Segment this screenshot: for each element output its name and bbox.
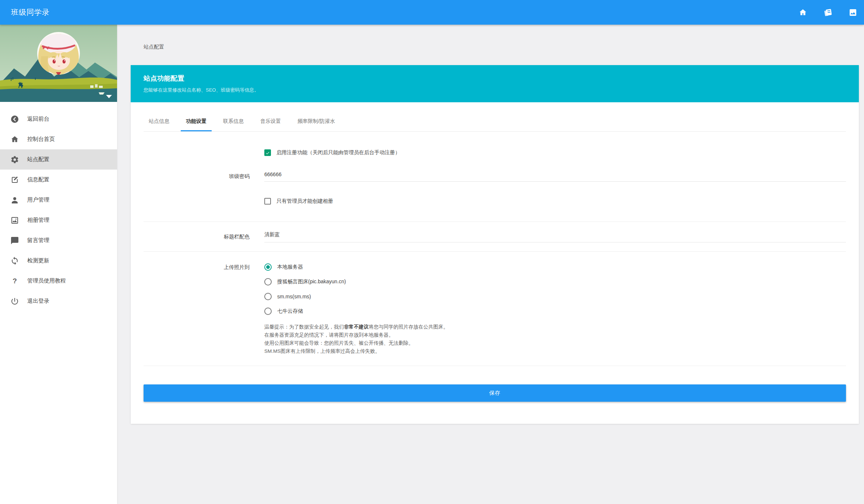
sidebar-item-back-to-front[interactable]: 返回前台 xyxy=(0,109,117,129)
tab-music-settings[interactable]: 音乐设置 xyxy=(255,113,286,131)
radio-label: 本地服务器 xyxy=(277,264,303,270)
tab-bar: 站点信息 功能设置 联系信息 音乐设置 频率限制/防灌水 xyxy=(144,102,846,132)
upload-warning: 温馨提示：为了数据安全起见，我们非常不建议将您与同学的照片存放在公共图床。 在服… xyxy=(264,323,846,355)
sidebar-item-admin-tutorial[interactable]: ? 管理员使用教程 xyxy=(0,271,117,291)
divider xyxy=(144,221,846,222)
warning-line: 在服务器资源充足的情况下，请将图片存放到本地服务器。 xyxy=(264,331,846,339)
gear-icon xyxy=(10,155,19,164)
form-row-register: 启用注册功能（关闭后只能由管理员在后台手动注册） xyxy=(144,149,846,156)
class-password-control xyxy=(264,171,846,182)
radio-icon xyxy=(264,308,272,315)
chevron-down-icon[interactable] xyxy=(106,95,112,98)
sidebar: 返回前台 控制台首页 站点配置 信息配置 用户管理 xyxy=(0,25,117,504)
home-icon xyxy=(10,135,19,144)
album-admin-control: 只有管理员才能创建相册 xyxy=(264,198,846,205)
settings-card: 站点功能配置 您能够在这里修改站点名称、SEO、班级密码等信息。 站点信息 功能… xyxy=(131,65,859,424)
title-color-label: 标题栏配色 xyxy=(144,234,250,240)
sidebar-item-message-management[interactable]: 留言管理 xyxy=(0,230,117,251)
upload-option-qiniu[interactable]: 七牛云存储 xyxy=(264,304,846,319)
divider xyxy=(144,251,846,252)
save-button[interactable]: 保存 xyxy=(144,384,846,402)
card-title: 站点功能配置 xyxy=(144,74,846,83)
sync-icon xyxy=(10,256,19,265)
sidebar-item-dashboard[interactable]: 控制台首页 xyxy=(0,129,117,149)
card-subtitle: 您能够在这里修改站点名称、SEO、班级密码等信息。 xyxy=(144,87,846,93)
upload-option-sohu-changyan[interactable]: 搜狐畅言图床(pic.bakayun.cn) xyxy=(264,274,846,289)
sidebar-item-label: 站点配置 xyxy=(27,156,49,163)
sidebar-item-logout[interactable]: 退出登录 xyxy=(0,291,117,311)
profile-header[interactable] xyxy=(0,25,117,102)
album-admin-checkbox[interactable] xyxy=(264,198,271,205)
user-icon xyxy=(10,196,19,205)
main-content: 站点配置 站点功能配置 您能够在这里修改站点名称、SEO、班级密码等信息。 站点… xyxy=(117,25,864,504)
sidebar-item-check-update[interactable]: 检测更新 xyxy=(0,251,117,271)
form-row-album-admin: 只有管理员才能创建相册 xyxy=(144,198,846,205)
divider xyxy=(144,366,846,366)
title-color-select[interactable]: 清新蓝 xyxy=(264,231,846,242)
sidebar-item-label: 退出登录 xyxy=(27,298,49,305)
radio-label: 七牛云存储 xyxy=(277,308,303,315)
album-admin-checkbox-row: 只有管理员才能创建相册 xyxy=(264,198,846,205)
upload-label: 上传照片到 xyxy=(144,260,250,274)
sidebar-item-site-config[interactable]: 站点配置 xyxy=(0,149,117,170)
app-title: 班级同学录 xyxy=(11,7,50,17)
radio-icon xyxy=(264,278,272,285)
tab-rate-limit[interactable]: 频率限制/防灌水 xyxy=(292,113,340,131)
breadcrumb: 站点配置 xyxy=(144,44,164,50)
warning-bold-text: 非常不建议 xyxy=(344,324,369,330)
register-checkbox[interactable] xyxy=(264,149,271,156)
class-password-label: 班级密码 xyxy=(144,173,250,180)
radio-label: sm.ms(sm.ms) xyxy=(277,294,311,299)
form-row-upload: 上传照片到 本地服务器 搜狐畅言图床(pic.bakayun.cn) sm.ms… xyxy=(144,260,846,355)
warning-line: 温馨提示：为了数据安全起见，我们非常不建议将您与同学的照片存放在公共图床。 xyxy=(264,323,846,331)
tab-function-settings[interactable]: 功能设置 xyxy=(181,113,212,131)
class-password-input[interactable] xyxy=(264,171,846,182)
sidebar-item-info-config[interactable]: 信息配置 xyxy=(0,170,117,190)
upload-control: 本地服务器 搜狐畅言图床(pic.bakayun.cn) sm.ms(sm.ms… xyxy=(264,260,846,355)
card-header: 站点功能配置 您能够在这里修改站点名称、SEO、班级密码等信息。 xyxy=(131,65,859,102)
top-app-bar: 班级同学录 xyxy=(0,0,864,25)
image-icon[interactable] xyxy=(849,8,857,17)
warning-text: 将您与同学的照片存放在公共图床。 xyxy=(369,324,448,330)
edit-icon xyxy=(10,175,19,184)
radio-icon xyxy=(264,263,272,271)
radio-label: 搜狐畅言图床(pic.bakayun.cn) xyxy=(277,278,346,285)
sidebar-item-label: 返回前台 xyxy=(27,116,49,123)
power-icon xyxy=(10,297,19,306)
tab-site-info[interactable]: 站点信息 xyxy=(144,113,174,131)
book-icon[interactable] xyxy=(824,8,832,17)
sidebar-item-label: 管理员使用教程 xyxy=(27,277,66,284)
upload-option-local-server[interactable]: 本地服务器 xyxy=(264,260,846,274)
sidebar-item-label: 用户管理 xyxy=(27,196,49,203)
register-checkbox-label: 启用注册功能（关闭后只能由管理员在后台手动注册） xyxy=(276,149,400,156)
sidebar-item-label: 信息配置 xyxy=(27,176,49,183)
sidebar-item-label: 控制台首页 xyxy=(27,136,55,143)
sidebar-item-label: 留言管理 xyxy=(27,237,49,244)
warning-text: 温馨提示：为了数据安全起见，我们 xyxy=(264,324,344,330)
back-circle-icon xyxy=(10,115,19,124)
card-body: 站点信息 功能设置 联系信息 音乐设置 频率限制/防灌水 启用注册功能（关闭后只… xyxy=(131,102,859,424)
topbar-actions xyxy=(798,8,857,17)
header-landscape-art xyxy=(0,25,117,102)
photo-icon xyxy=(10,216,19,225)
upload-option-smms[interactable]: sm.ms(sm.ms) xyxy=(264,289,846,304)
home-icon[interactable] xyxy=(798,8,807,17)
sidebar-item-user-management[interactable]: 用户管理 xyxy=(0,190,117,210)
comment-icon xyxy=(10,236,19,245)
sidebar-menu: 返回前台 控制台首页 站点配置 信息配置 用户管理 xyxy=(0,102,117,311)
sidebar-item-label: 检测更新 xyxy=(27,257,49,264)
warning-line: SM.MS图床有上传限制，上传频率过高会上传失败。 xyxy=(264,347,846,355)
album-admin-checkbox-label: 只有管理员才能创建相册 xyxy=(276,198,333,205)
question-icon: ? xyxy=(10,277,19,285)
sidebar-item-album-management[interactable]: 相册管理 xyxy=(0,210,117,230)
radio-icon xyxy=(264,293,272,300)
warning-line: 使用公用图床可能会导致：您的照片丢失、被公开传播、无法删除。 xyxy=(264,339,846,347)
register-checkbox-row: 启用注册功能（关闭后只能由管理员在后台手动注册） xyxy=(264,149,846,156)
title-color-control: 清新蓝 xyxy=(264,231,846,242)
tab-contact-info[interactable]: 联系信息 xyxy=(218,113,249,131)
form-row-title-color: 标题栏配色 清新蓝 xyxy=(144,231,846,242)
register-control: 启用注册功能（关闭后只能由管理员在后台手动注册） xyxy=(264,149,846,156)
sidebar-item-label: 相册管理 xyxy=(27,217,49,224)
form-row-class-password: 班级密码 xyxy=(144,171,846,182)
